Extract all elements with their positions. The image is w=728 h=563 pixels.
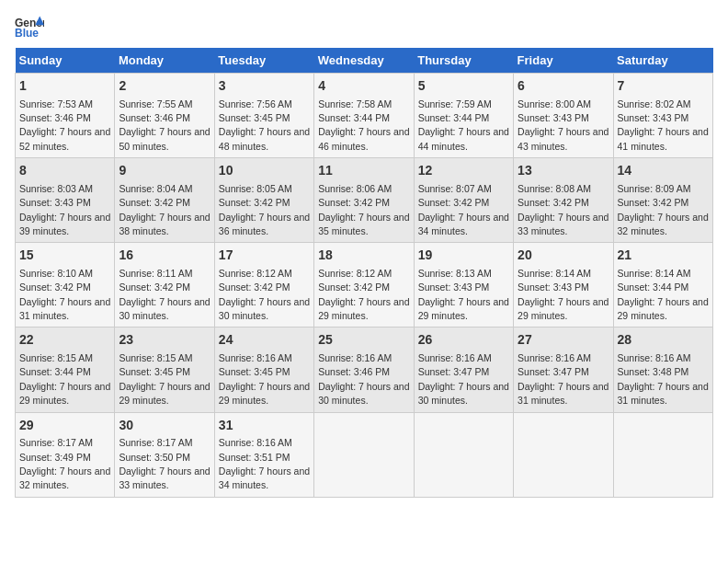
day-number: 12: [418, 162, 509, 180]
calendar-cell: 12 Sunrise: 8:07 AMSunset: 3:42 PMDaylig…: [414, 158, 513, 243]
day-number: 4: [318, 77, 409, 96]
cell-text: Sunrise: 8:15 AMSunset: 3:45 PMDaylight:…: [119, 352, 210, 406]
day-number: 24: [219, 331, 310, 350]
calendar-cell: 26 Sunrise: 8:16 AMSunset: 3:47 PMDaylig…: [414, 327, 513, 412]
calendar-cell: 14 Sunrise: 8:09 AMSunset: 3:42 PMDaylig…: [613, 158, 712, 243]
cell-text: Sunrise: 7:58 AMSunset: 3:44 PMDaylight:…: [318, 98, 409, 152]
cell-text: Sunrise: 8:16 AMSunset: 3:51 PMDaylight:…: [219, 437, 310, 490]
day-number: 7: [618, 77, 709, 96]
cell-text: Sunrise: 8:12 AMSunset: 3:42 PMDaylight:…: [219, 268, 310, 321]
cell-text: Sunrise: 8:04 AMSunset: 3:42 PMDaylight:…: [119, 183, 210, 236]
calendar-table: SundayMondayTuesdayWednesdayThursdayFrid…: [15, 48, 713, 498]
cell-text: Sunrise: 8:13 AMSunset: 3:43 PMDaylight:…: [418, 268, 509, 321]
calendar-cell: [613, 412, 712, 497]
cell-text: Sunrise: 8:03 AMSunset: 3:43 PMDaylight:…: [19, 183, 110, 236]
calendar-cell: 25 Sunrise: 8:16 AMSunset: 3:46 PMDaylig…: [314, 327, 414, 412]
calendar-cell: 29 Sunrise: 8:17 AMSunset: 3:49 PMDaylig…: [16, 412, 115, 497]
calendar-week-row: 15 Sunrise: 8:10 AMSunset: 3:42 PMDaylig…: [16, 243, 713, 327]
day-number: 10: [219, 162, 310, 180]
calendar-cell: 27 Sunrise: 8:16 AMSunset: 3:47 PMDaylig…: [514, 327, 613, 412]
header: General Blue: [15, 15, 713, 40]
cell-text: Sunrise: 8:16 AMSunset: 3:48 PMDaylight:…: [618, 352, 709, 406]
calendar-cell: 2 Sunrise: 7:55 AMSunset: 3:46 PMDayligh…: [115, 74, 214, 158]
calendar-cell: 8 Sunrise: 8:03 AMSunset: 3:43 PMDayligh…: [16, 158, 115, 243]
cell-text: Sunrise: 8:16 AMSunset: 3:47 PMDaylight:…: [518, 352, 609, 406]
day-number: 20: [518, 247, 609, 265]
day-number: 21: [618, 247, 709, 265]
calendar-week-row: 8 Sunrise: 8:03 AMSunset: 3:43 PMDayligh…: [16, 158, 713, 243]
day-number: 27: [518, 331, 609, 350]
calendar-cell: 20 Sunrise: 8:14 AMSunset: 3:43 PMDaylig…: [514, 243, 613, 327]
calendar-cell: 15 Sunrise: 8:10 AMSunset: 3:42 PMDaylig…: [16, 243, 115, 327]
calendar-cell: 16 Sunrise: 8:11 AMSunset: 3:42 PMDaylig…: [115, 243, 214, 327]
calendar-cell: 13 Sunrise: 8:08 AMSunset: 3:42 PMDaylig…: [514, 158, 613, 243]
cell-text: Sunrise: 8:12 AMSunset: 3:42 PMDaylight:…: [318, 268, 409, 321]
calendar-cell: [414, 412, 513, 497]
day-number: 18: [318, 247, 409, 265]
calendar-cell: 9 Sunrise: 8:04 AMSunset: 3:42 PMDayligh…: [115, 158, 214, 243]
calendar-week-row: 22 Sunrise: 8:15 AMSunset: 3:44 PMDaylig…: [16, 327, 713, 412]
day-number: 11: [318, 162, 409, 180]
day-number: 25: [318, 331, 409, 350]
calendar-cell: 7 Sunrise: 8:02 AMSunset: 3:43 PMDayligh…: [613, 74, 712, 158]
day-header-monday: Monday: [115, 48, 214, 74]
calendar-cell: 31 Sunrise: 8:16 AMSunset: 3:51 PMDaylig…: [214, 412, 313, 497]
cell-text: Sunrise: 8:16 AMSunset: 3:47 PMDaylight:…: [418, 352, 509, 406]
cell-text: Sunrise: 8:15 AMSunset: 3:44 PMDaylight:…: [19, 352, 110, 406]
calendar-cell: 1 Sunrise: 7:53 AMSunset: 3:46 PMDayligh…: [16, 74, 115, 158]
calendar-cell: 30 Sunrise: 8:17 AMSunset: 3:50 PMDaylig…: [115, 412, 214, 497]
calendar-cell: 19 Sunrise: 8:13 AMSunset: 3:43 PMDaylig…: [414, 243, 513, 327]
cell-text: Sunrise: 8:14 AMSunset: 3:43 PMDaylight:…: [518, 268, 609, 321]
day-header-friday: Friday: [514, 48, 613, 74]
cell-text: Sunrise: 8:16 AMSunset: 3:45 PMDaylight:…: [219, 352, 310, 406]
cell-text: Sunrise: 8:09 AMSunset: 3:42 PMDaylight:…: [618, 183, 709, 236]
day-header-sunday: Sunday: [16, 48, 115, 74]
calendar-cell: 22 Sunrise: 8:15 AMSunset: 3:44 PMDaylig…: [16, 327, 115, 412]
cell-text: Sunrise: 7:59 AMSunset: 3:44 PMDaylight:…: [418, 98, 509, 152]
day-number: 3: [219, 77, 310, 96]
cell-text: Sunrise: 8:14 AMSunset: 3:44 PMDaylight:…: [618, 268, 709, 321]
cell-text: Sunrise: 8:16 AMSunset: 3:46 PMDaylight:…: [318, 352, 409, 406]
calendar-cell: 6 Sunrise: 8:00 AMSunset: 3:43 PMDayligh…: [514, 74, 613, 158]
day-number: 13: [518, 162, 609, 180]
cell-text: Sunrise: 8:08 AMSunset: 3:42 PMDaylight:…: [518, 183, 609, 236]
calendar-cell: 24 Sunrise: 8:16 AMSunset: 3:45 PMDaylig…: [214, 327, 313, 412]
cell-text: Sunrise: 8:17 AMSunset: 3:49 PMDaylight:…: [19, 437, 110, 490]
day-number: 28: [618, 331, 709, 350]
day-header-thursday: Thursday: [414, 48, 513, 74]
day-number: 2: [119, 77, 210, 96]
logo-icon: General Blue: [15, 15, 44, 40]
calendar-cell: 3 Sunrise: 7:56 AMSunset: 3:45 PMDayligh…: [214, 74, 313, 158]
day-number: 22: [19, 331, 110, 350]
day-number: 19: [418, 247, 509, 265]
calendar-cell: 17 Sunrise: 8:12 AMSunset: 3:42 PMDaylig…: [214, 243, 313, 327]
cell-text: Sunrise: 8:07 AMSunset: 3:42 PMDaylight:…: [418, 183, 509, 236]
day-number: 30: [119, 417, 210, 435]
calendar-cell: 4 Sunrise: 7:58 AMSunset: 3:44 PMDayligh…: [314, 74, 414, 158]
day-number: 5: [418, 77, 509, 96]
day-number: 14: [618, 162, 709, 180]
cell-text: Sunrise: 7:56 AMSunset: 3:45 PMDaylight:…: [219, 98, 310, 152]
calendar-cell: 5 Sunrise: 7:59 AMSunset: 3:44 PMDayligh…: [414, 74, 513, 158]
calendar-cell: 21 Sunrise: 8:14 AMSunset: 3:44 PMDaylig…: [613, 243, 712, 327]
svg-text:Blue: Blue: [15, 27, 39, 40]
day-number: 15: [19, 247, 110, 265]
calendar-week-row: 1 Sunrise: 7:53 AMSunset: 3:46 PMDayligh…: [16, 74, 713, 158]
calendar-cell: 28 Sunrise: 8:16 AMSunset: 3:48 PMDaylig…: [613, 327, 712, 412]
day-number: 23: [119, 331, 210, 350]
calendar-cell: [514, 412, 613, 497]
calendar-cell: 11 Sunrise: 8:06 AMSunset: 3:42 PMDaylig…: [314, 158, 414, 243]
cell-text: Sunrise: 8:05 AMSunset: 3:42 PMDaylight:…: [219, 183, 310, 236]
calendar-cell: 18 Sunrise: 8:12 AMSunset: 3:42 PMDaylig…: [314, 243, 414, 327]
cell-text: Sunrise: 8:11 AMSunset: 3:42 PMDaylight:…: [119, 268, 210, 321]
cell-text: Sunrise: 7:55 AMSunset: 3:46 PMDaylight:…: [119, 98, 210, 152]
day-number: 26: [418, 331, 509, 350]
day-number: 29: [19, 417, 110, 435]
cell-text: Sunrise: 8:17 AMSunset: 3:50 PMDaylight:…: [119, 437, 210, 490]
day-number: 16: [119, 247, 210, 265]
calendar-cell: 23 Sunrise: 8:15 AMSunset: 3:45 PMDaylig…: [115, 327, 214, 412]
cell-text: Sunrise: 8:02 AMSunset: 3:43 PMDaylight:…: [618, 98, 709, 152]
day-header-tuesday: Tuesday: [214, 48, 313, 74]
day-number: 17: [219, 247, 310, 265]
calendar-cell: 10 Sunrise: 8:05 AMSunset: 3:42 PMDaylig…: [214, 158, 313, 243]
